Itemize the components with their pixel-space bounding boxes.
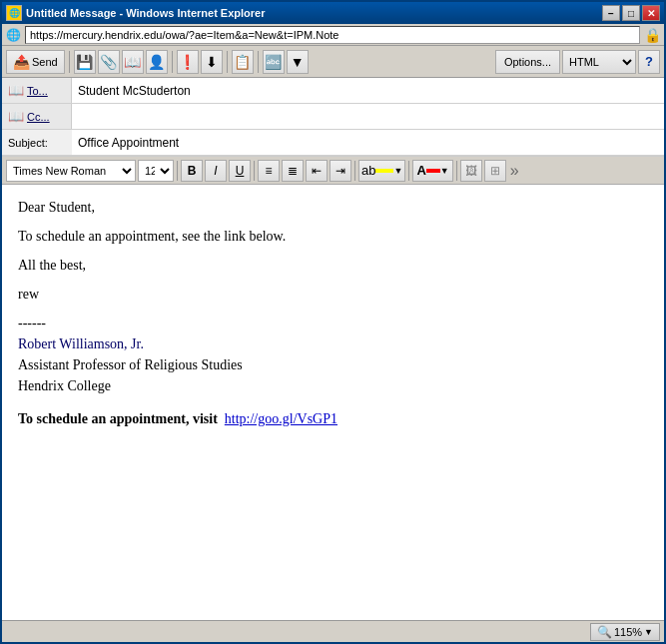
message-body[interactable]: Dear Student, To schedule an appointment…	[2, 185, 664, 620]
greeting-line: Dear Student,	[18, 197, 648, 218]
cc-row: 📖 Cc...	[2, 104, 664, 130]
underline-button[interactable]: U	[229, 160, 251, 182]
save-button[interactable]: 💾	[74, 50, 96, 74]
sig-dashes: ------	[18, 313, 648, 333]
browser-icon: 🌐	[6, 28, 21, 42]
cta-paragraph: To schedule an appointment, visit http:/…	[18, 408, 648, 429]
help-button[interactable]: ?	[638, 50, 660, 74]
toolbar-separator-4	[258, 51, 259, 73]
decrease-indent-button[interactable]: ⇤	[306, 160, 328, 182]
font-color-dropdown-icon[interactable]: ▼	[440, 166, 449, 176]
app-icon: 🌐	[6, 5, 22, 21]
increase-indent-button[interactable]: ⇥	[330, 160, 351, 182]
spell-check-button[interactable]: 🔤	[263, 50, 285, 74]
main-toolbar: 📤 Send 💾 📎 📖 👤 ❗ ⬇ 📋 🔤 ▼ Options... HTML…	[2, 46, 664, 78]
toolbar-separator-1	[69, 51, 70, 73]
unordered-list-button[interactable]: ≡	[258, 160, 280, 182]
toolbar-separator-3	[227, 51, 228, 73]
cc-input[interactable]	[72, 104, 664, 129]
address-bar: 🌐 🔒	[2, 24, 664, 46]
subject-row: Subject:	[2, 130, 664, 156]
sig-college: Hendrix College	[18, 375, 648, 396]
fmt-sep-4	[408, 161, 409, 181]
restore-button[interactable]: □	[622, 5, 640, 21]
status-bar: 🔍 115% ▼	[2, 620, 664, 642]
priority-high-button[interactable]: ❗	[177, 50, 199, 74]
sig-name: Robert Williamson, Jr.	[18, 333, 648, 354]
attach-button[interactable]: 📎	[98, 50, 120, 74]
sign-off: rew	[18, 284, 648, 305]
address-book-button[interactable]: 📖	[122, 50, 144, 74]
fmt-sep-3	[354, 161, 355, 181]
zoom-icon: 🔍	[597, 625, 612, 639]
window-title: Untitled Message - Windows Internet Expl…	[26, 7, 266, 19]
main-window: 🌐 Untitled Message - Windows Internet Ex…	[0, 0, 666, 644]
fmt-sep-5	[456, 161, 457, 181]
cc-label[interactable]: Cc...	[27, 111, 50, 123]
email-header: 📖 To... 📖 Cc... Subject:	[2, 78, 664, 157]
cta-link[interactable]: http://goo.gl/VsGP1	[225, 411, 337, 426]
insert-image-button[interactable]: 🖼	[460, 160, 482, 182]
ordered-list-button[interactable]: ≣	[282, 160, 304, 182]
to-icon: 📖	[8, 83, 24, 98]
to-input[interactable]	[72, 78, 664, 103]
font-color-icon: A	[416, 163, 425, 178]
to-button[interactable]: 📖 To...	[2, 78, 72, 103]
options-button[interactable]: Options...	[495, 50, 560, 74]
title-bar-left: 🌐 Untitled Message - Windows Internet Ex…	[6, 5, 266, 21]
send-button[interactable]: 📤 Send	[6, 50, 65, 74]
minimize-button[interactable]: −	[602, 5, 620, 21]
highlight-color-indicator	[375, 169, 393, 173]
window-controls: − □ ✕	[602, 5, 660, 21]
format-toolbar: Times New Roman Arial Calibri 12 10 14 1…	[2, 157, 664, 185]
insert-table-button[interactable]: ⊞	[484, 160, 506, 182]
subject-label: Subject:	[2, 135, 72, 151]
zoom-dropdown-icon[interactable]: ▼	[644, 627, 653, 637]
signature-block: ------ Robert Williamson, Jr. Assistant …	[18, 313, 648, 396]
sig-title: Assistant Professor of Religious Studies	[18, 354, 648, 375]
bold-button[interactable]: B	[181, 160, 203, 182]
subject-input[interactable]	[72, 130, 664, 155]
cc-icon: 📖	[8, 109, 24, 124]
copy-button[interactable]: 📋	[232, 50, 254, 74]
zoom-control[interactable]: 🔍 115% ▼	[590, 623, 660, 641]
more-button[interactable]: ▼	[287, 50, 309, 74]
to-row: 📖 To...	[2, 78, 664, 104]
font-family-select[interactable]: Times New Roman Arial Calibri	[6, 160, 136, 182]
title-bar: 🌐 Untitled Message - Windows Internet Ex…	[2, 2, 664, 24]
more-format-button[interactable]: »	[510, 162, 519, 180]
zoom-level: 115%	[614, 626, 642, 638]
body-line1: To schedule an appointment, see the link…	[18, 226, 648, 247]
send-icon: 📤	[13, 54, 30, 70]
font-color-indicator	[426, 169, 440, 173]
font-color-button[interactable]: A ▼	[412, 160, 452, 182]
priority-low-button[interactable]: ⬇	[201, 50, 223, 74]
highlight-button[interactable]: ab ▼	[358, 160, 405, 182]
fmt-sep-1	[177, 161, 178, 181]
format-select[interactable]: HTML Plain Text	[562, 50, 636, 74]
closing-line: All the best,	[18, 255, 648, 276]
to-label[interactable]: To...	[27, 85, 48, 97]
cc-button[interactable]: 📖 Cc...	[2, 104, 72, 129]
italic-button[interactable]: I	[205, 160, 227, 182]
cta-text: To schedule an appointment, visit	[18, 411, 221, 426]
font-size-select[interactable]: 12 10 14 16	[138, 160, 174, 182]
fmt-sep-2	[254, 161, 255, 181]
security-lock-icon: 🔒	[644, 27, 660, 43]
highlight-icon: ab	[361, 163, 375, 178]
address-input[interactable]	[25, 26, 640, 44]
check-names-button[interactable]: 👤	[146, 50, 168, 74]
toolbar-separator-2	[172, 51, 173, 73]
highlight-dropdown-icon[interactable]: ▼	[393, 166, 402, 176]
close-button[interactable]: ✕	[642, 5, 660, 21]
